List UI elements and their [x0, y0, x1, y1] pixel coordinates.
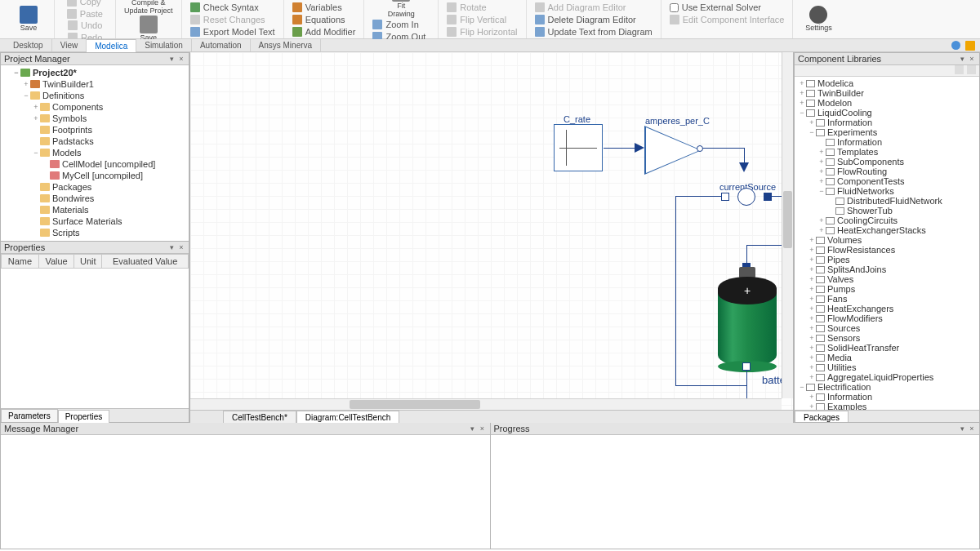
library-item[interactable]: ShowerTub	[796, 206, 978, 216]
library-item[interactable]: +SubComponents	[796, 157, 978, 167]
library-item[interactable]: +FlowModifiers	[796, 313, 978, 323]
canvas-tab-celltestbench[interactable]: CellTestBench*	[223, 411, 296, 424]
external-solver-checkbox[interactable]: Use External Solver	[666, 2, 788, 13]
paste-button[interactable]: Paste	[64, 8, 106, 20]
library-item[interactable]: +SplitsAndJoins	[796, 264, 978, 274]
expand-icon[interactable]: +	[808, 265, 816, 273]
port-node[interactable]	[742, 362, 751, 371]
library-item[interactable]: −FluidNetworks	[796, 186, 978, 196]
expand-icon[interactable]: +	[808, 256, 816, 264]
expand-icon[interactable]: +	[808, 314, 816, 322]
expand-icon[interactable]: −	[798, 383, 806, 391]
tab-packages[interactable]: Packages	[795, 411, 849, 422]
library-item[interactable]: DistributedFluidNetwork	[796, 196, 978, 206]
expand-icon[interactable]: −	[817, 187, 826, 195]
expand-icon[interactable]: +	[32, 114, 40, 122]
gain-block[interactable]	[644, 126, 702, 175]
expand-icon[interactable]: +	[808, 246, 816, 254]
tab-modelica[interactable]: Modelica	[87, 39, 136, 52]
tab-automation[interactable]: Automation	[192, 39, 251, 51]
tab-properties[interactable]: Properties	[58, 410, 110, 423]
expand-icon[interactable]: +	[798, 99, 806, 107]
library-item[interactable]: +Templates	[796, 147, 978, 157]
export-model-button[interactable]: Export Model Text	[187, 26, 278, 38]
library-item[interactable]: −Experiments	[796, 127, 978, 137]
expand-icon[interactable]: −	[798, 109, 806, 117]
add-modifier-button[interactable]: Add Modifier	[289, 26, 359, 38]
expand-icon[interactable]: +	[808, 118, 816, 127]
delete-diagram-button[interactable]: Delete Diagram Editor	[532, 14, 656, 25]
library-item[interactable]: +Sensors	[796, 333, 978, 343]
port-node[interactable]	[697, 145, 703, 152]
variables-button[interactable]: Variables	[289, 2, 359, 13]
update-text-button[interactable]: Update Text from Diagram	[532, 26, 656, 38]
library-item[interactable]: +Examples	[796, 402, 978, 410]
library-item[interactable]: +HeatExchangerStacks	[796, 225, 978, 235]
close-icon[interactable]: ×	[968, 424, 976, 433]
library-item[interactable]: +ComponentTests	[796, 176, 978, 186]
close-icon[interactable]: ×	[177, 55, 185, 63]
edit-interface-button[interactable]: Edit Component Interface	[666, 14, 788, 25]
project-tree[interactable]: −Project20* +TwinBuilder1 −Definitions +…	[1, 65, 189, 240]
settings-button[interactable]: Settings	[798, 6, 839, 33]
current-source-block[interactable]	[737, 188, 755, 206]
col-unit[interactable]: Unit	[74, 255, 102, 269]
help-icon[interactable]	[951, 41, 960, 50]
expand-icon[interactable]: +	[808, 402, 816, 410]
pin-icon[interactable]: ▾	[958, 55, 966, 63]
reset-changes-button[interactable]: Reset Changes	[187, 14, 278, 25]
scrollbar-vertical[interactable]	[782, 52, 793, 398]
expand-icon[interactable]: −	[22, 91, 30, 100]
library-item[interactable]: +Valves	[796, 274, 978, 284]
scrollbar-horizontal[interactable]	[190, 398, 782, 410]
copy-button[interactable]: Copy	[64, 0, 106, 7]
library-item[interactable]: −Electrification	[796, 382, 978, 392]
expand-icon[interactable]: +	[808, 373, 816, 381]
expand-icon[interactable]: +	[798, 89, 806, 97]
pin-icon[interactable]: ▾	[167, 55, 176, 63]
close-icon[interactable]: ×	[968, 55, 976, 63]
expand-icon[interactable]: +	[808, 304, 816, 313]
pin-icon[interactable]: ▾	[958, 424, 966, 433]
save-button[interactable]: Save	[8, 6, 49, 33]
close-icon[interactable]: ×	[177, 243, 185, 251]
expand-icon[interactable]: +	[808, 334, 816, 342]
canvas-tab-diagram[interactable]: Diagram:CellTestBench	[296, 411, 400, 424]
library-item[interactable]: Information	[796, 137, 978, 147]
rotate-button[interactable]: Rotate	[443, 2, 520, 13]
col-value[interactable]: Value	[38, 255, 74, 269]
fit-drawing-button[interactable]: Fit Drawing	[385, 0, 417, 19]
library-item[interactable]: +Information	[796, 118, 978, 127]
library-item[interactable]: +Utilities	[796, 362, 978, 372]
library-item[interactable]: +Media	[796, 353, 978, 362]
expand-icon[interactable]: +	[32, 103, 40, 111]
library-item[interactable]: +FlowResistances	[796, 245, 978, 255]
refresh-icon[interactable]	[955, 65, 964, 74]
expand-icon[interactable]: +	[808, 363, 816, 371]
equations-button[interactable]: Equations	[289, 14, 359, 25]
expand-icon[interactable]: −	[808, 128, 816, 136]
battery-block[interactable]	[718, 277, 777, 367]
library-item[interactable]: −LiquidCooling	[796, 108, 978, 118]
library-item[interactable]: +HeatExchangers	[796, 304, 978, 313]
expand-icon[interactable]: +	[808, 295, 816, 303]
library-tree[interactable]: +Modelica+TwinBuilder+Modelon−LiquidCool…	[795, 77, 979, 410]
expand-icon[interactable]: +	[817, 167, 826, 176]
tab-desktop[interactable]: Desktop	[5, 39, 52, 51]
expand-icon[interactable]: +	[808, 285, 816, 293]
library-item[interactable]: +Pumps	[796, 284, 978, 294]
expand-icon[interactable]: −	[32, 149, 40, 157]
expand-icon[interactable]: +	[808, 393, 816, 401]
library-item[interactable]: +FlowRouting	[796, 167, 978, 176]
expand-icon[interactable]: +	[817, 158, 826, 166]
pin-icon[interactable]: ▾	[167, 243, 176, 251]
close-icon[interactable]: ×	[479, 424, 487, 433]
undo-button[interactable]: Undo	[65, 20, 110, 31]
port-node[interactable]	[721, 193, 729, 201]
options-icon[interactable]	[967, 65, 976, 74]
pin-icon[interactable]: ▾	[469, 424, 477, 433]
expand-icon[interactable]: +	[808, 353, 816, 362]
diagram-canvas[interactable]: C_rate amperes_per_C currentSource	[190, 52, 793, 410]
library-item[interactable]: +CoolingCircuits	[796, 216, 978, 225]
port-node[interactable]	[764, 193, 772, 201]
